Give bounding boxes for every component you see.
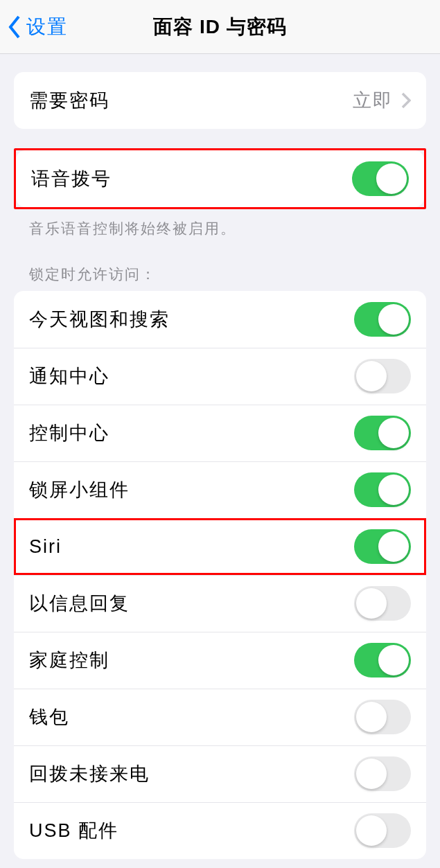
toggle-lock-item[interactable] (354, 813, 411, 848)
header-lock-access: 锁定时允许访问： (14, 240, 426, 291)
row-label: 以信息回复 (29, 591, 130, 616)
row-lock-item: 以信息回复 (14, 575, 426, 632)
nav-bar: 设置 面容 ID 与密码 (0, 0, 440, 54)
toggle-lock-item[interactable] (354, 586, 411, 621)
row-value: 立即 (353, 88, 393, 113)
row-lock-item: 今天视图和搜索 (14, 291, 426, 348)
toggle-lock-item[interactable] (354, 529, 411, 564)
toggle-knob (376, 163, 407, 194)
toggle-lock-item[interactable] (354, 756, 411, 791)
toggle-knob (356, 588, 387, 619)
group-voice: 语音拨号 (16, 150, 424, 207)
toggle-knob (378, 304, 409, 335)
highlight-voice-dial: 语音拨号 (14, 148, 426, 209)
group-passcode: 需要密码 立即 (14, 72, 426, 129)
row-label: USB 配件 (29, 818, 118, 843)
row-lock-item: 通知中心 (14, 348, 426, 405)
row-lock-item: USB 配件 (14, 802, 426, 859)
chevron-left-icon (7, 15, 22, 39)
toggle-knob (356, 815, 387, 846)
footer-lock-access: iPhone 锁定超过一小时后，需先解锁 iPhone 才能允许 USB 配件连… (14, 859, 426, 869)
toggle-knob (378, 418, 409, 448)
toggle-lock-item[interactable] (354, 416, 411, 450)
toggle-lock-item[interactable] (354, 700, 411, 734)
footer-voice: 音乐语音控制将始终被启用。 (14, 209, 426, 240)
toggle-lock-item[interactable] (354, 359, 411, 393)
row-label: 需要密码 (29, 88, 109, 113)
toggle-lock-item[interactable] (354, 472, 411, 507)
row-lock-item: 回拨未接来电 (14, 745, 426, 802)
back-button[interactable]: 设置 (0, 14, 68, 40)
row-label: 钱包 (29, 705, 69, 729)
back-label: 设置 (26, 14, 68, 40)
toggle-knob (378, 531, 409, 562)
row-lock-item: 锁屏小组件 (14, 461, 426, 518)
row-label: 今天视图和搜索 (29, 307, 170, 332)
toggle-knob (356, 361, 387, 391)
row-label: 锁屏小组件 (29, 477, 130, 502)
row-require-passcode[interactable]: 需要密码 立即 (14, 72, 426, 129)
row-lock-item: 家庭控制 (14, 632, 426, 689)
chevron-right-icon (401, 92, 411, 109)
row-label: 控制中心 (29, 420, 109, 445)
toggle-knob (378, 475, 409, 505)
row-lock-item: 控制中心 (14, 405, 426, 461)
toggle-voice-dial[interactable] (352, 161, 409, 196)
row-voice-dial: 语音拨号 (16, 150, 424, 207)
row-label: 语音拨号 (31, 166, 112, 191)
toggle-knob (356, 702, 387, 732)
row-label: Siri (29, 536, 62, 558)
toggle-knob (356, 759, 387, 789)
toggle-lock-item[interactable] (354, 302, 411, 337)
row-lock-item: 钱包 (14, 689, 426, 745)
toggle-lock-item[interactable] (354, 643, 411, 677)
toggle-knob (378, 645, 409, 675)
row-label: 通知中心 (29, 364, 109, 389)
row-label: 家庭控制 (29, 648, 109, 673)
group-lock-access: 今天视图和搜索通知中心控制中心锁屏小组件Siri以信息回复家庭控制钱包回拨未接来… (14, 291, 426, 859)
row-lock-item: Siri (14, 518, 426, 575)
row-label: 回拨未接来电 (29, 761, 150, 786)
